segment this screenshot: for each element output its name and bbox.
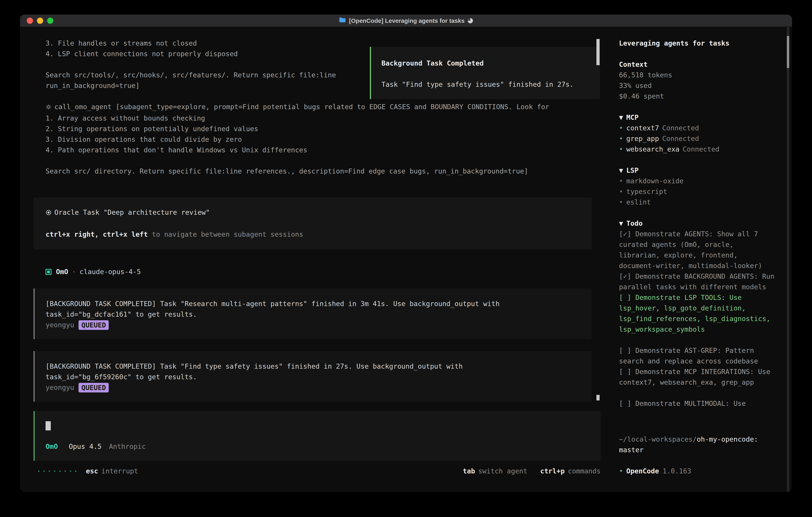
todo-item: [ ] Demonstrate AST-GREP: Pattern search… bbox=[619, 345, 778, 366]
task-user: yeongyu bbox=[46, 382, 74, 393]
chat-main-pane: Background Task Completed Task "Find typ… bbox=[20, 27, 611, 492]
input-provider-name: Anthropic bbox=[109, 441, 146, 452]
target-icon bbox=[46, 208, 52, 219]
lsp-section-heading: ▼LSP bbox=[619, 165, 778, 176]
bullet-icon: • bbox=[619, 466, 623, 477]
todo-item: [ ] Demonstrate MCP INTEGRATIONS: Use co… bbox=[619, 366, 778, 388]
bullet-icon: • bbox=[619, 188, 623, 195]
app-version-number: 1.0.163 bbox=[663, 466, 691, 477]
close-window-button[interactable] bbox=[27, 18, 33, 24]
bullet-icon: • bbox=[619, 198, 623, 206]
background-task-message: [BACKGROUND TASK COMPLETED] Task "Resear… bbox=[34, 289, 591, 339]
chevron-down-icon: ▼ bbox=[619, 113, 623, 121]
workspace-path: ~/local-workspaces/oh-my-opencode: maste… bbox=[619, 434, 778, 455]
input-model-name: Opus 4.5 bbox=[69, 441, 102, 452]
app-name: OpenCode bbox=[626, 466, 659, 477]
hint-text: to navigate between subagent sessions bbox=[148, 230, 303, 238]
minimize-window-button[interactable] bbox=[37, 18, 43, 24]
window-title: [OpenCode] Leveraging agents for tasks bbox=[339, 17, 473, 24]
tab-key-hint: tab bbox=[463, 466, 475, 477]
sidebar-scrollbar-track[interactable] bbox=[787, 27, 789, 492]
sidebar-scrollbar-thumb[interactable] bbox=[787, 36, 789, 68]
workspace-branch: master bbox=[619, 445, 778, 455]
todo-item: [✓] Demonstrate BACKGROUND AGENTS: Run p… bbox=[619, 271, 778, 292]
oracle-task-title: Oracle Task "Deep architecture review" bbox=[34, 207, 591, 219]
chevron-down-icon: ▼ bbox=[619, 166, 623, 174]
spinner-dots-icon: ········ bbox=[37, 466, 79, 477]
text-cursor bbox=[46, 421, 51, 430]
context-used: 33% used bbox=[619, 80, 778, 91]
input-agent-name: OmO bbox=[46, 441, 58, 452]
todo-item: [ ] Demonstrate MULTIMODAL: Use bbox=[619, 398, 778, 409]
mcp-item: •grep_appConnected bbox=[619, 133, 778, 144]
context-heading: Context bbox=[619, 59, 778, 70]
session-sidebar: Leveraging agents for tasks Context 66,5… bbox=[611, 27, 792, 492]
esc-key-label: interrupt bbox=[101, 466, 138, 477]
subagent-navigation-hint: ctrl+x right, ctrl+x left to navigate be… bbox=[34, 229, 591, 240]
agent-name: OmO bbox=[56, 267, 68, 277]
task-user: yeongyu bbox=[46, 320, 74, 330]
task-message-line: task_id="bg_dcfac161" to get results. bbox=[35, 309, 591, 320]
scrollback-line: Search src/ directory. Return specific f… bbox=[20, 166, 611, 176]
task-message-line: task_id="bg_6f59260c" to get results. bbox=[35, 372, 591, 382]
notification-toast: Background Task Completed Task "Find typ… bbox=[370, 47, 600, 99]
bullet-icon: • bbox=[619, 135, 623, 142]
notification-body: Task "Find type safety issues" finished … bbox=[381, 79, 600, 90]
context-tokens: 66,518 tokens bbox=[619, 70, 778, 80]
agent-checkbox-icon bbox=[46, 269, 52, 275]
separator-dot: · bbox=[72, 267, 76, 277]
workspace-dir: ~/local-workspaces/ bbox=[619, 435, 697, 443]
mcp-section-heading: ▼MCP bbox=[619, 112, 778, 123]
context-spent: $0.46 spent bbox=[619, 91, 778, 102]
oracle-task-card: Oracle Task "Deep architecture review" c… bbox=[34, 197, 591, 249]
lsp-item: •markdown-oxide bbox=[619, 176, 778, 186]
input-meta: OmO Opus 4.5 Anthropic bbox=[35, 441, 601, 452]
todo-section-heading: ▼Todo bbox=[619, 218, 778, 229]
queued-badge: QUEUED bbox=[79, 383, 109, 392]
mcp-item: •websearch_exaConnected bbox=[619, 144, 778, 155]
bullet-icon: • bbox=[619, 177, 623, 185]
session-title: Leveraging agents for tasks bbox=[619, 38, 778, 49]
lsp-item: •typescript bbox=[619, 186, 778, 197]
agent-model: claude-opus-4-5 bbox=[80, 267, 141, 277]
background-task-message: [BACKGROUND TASK COMPLETED] Task "Find t… bbox=[34, 351, 591, 402]
mcp-item: •context7Connected bbox=[619, 123, 778, 133]
timer-icon bbox=[468, 18, 473, 23]
main-scrollbar-thumb-lower[interactable] bbox=[597, 395, 600, 401]
tool-call-line: call_omo_agent [subagent_type=explore, p… bbox=[20, 102, 611, 113]
lsp-item: •eslint bbox=[619, 197, 778, 208]
task-message-line: [BACKGROUND TASK COMPLETED] Task "Find t… bbox=[35, 361, 591, 372]
bullet-icon: • bbox=[619, 145, 623, 153]
bullet-icon: • bbox=[619, 124, 623, 132]
esc-key-hint: esc bbox=[86, 466, 98, 477]
queued-badge: QUEUED bbox=[79, 320, 109, 330]
todo-item: [✓] Demonstrate AGENTS: Show all 7 curat… bbox=[619, 229, 778, 271]
todo-item: [ ] Demonstrate LSP TOOLS: Use lsp_hover… bbox=[619, 292, 778, 335]
status-bar: ········ esc interrupt tab switch agent … bbox=[20, 466, 611, 477]
main-scrollbar-thumb[interactable] bbox=[597, 39, 600, 65]
scrollback-line: 2. String operations on potentially unde… bbox=[20, 124, 611, 134]
window-title-text: [OpenCode] Leveraging agents for tasks bbox=[349, 17, 465, 24]
app-version: • OpenCode 1.0.163 bbox=[619, 466, 778, 477]
workspace-repo: oh-my-opencode: bbox=[697, 435, 758, 443]
tab-key-label: switch agent bbox=[478, 466, 527, 477]
window-titlebar[interactable]: [OpenCode] Leveraging agents for tasks bbox=[20, 15, 792, 27]
traffic-lights bbox=[20, 18, 53, 24]
scrollback-line: 3. Division operations that could divide… bbox=[20, 134, 611, 145]
scrollback-line: 4. Path operations that don't handle Win… bbox=[20, 145, 611, 155]
prompt-input[interactable]: OmO Opus 4.5 Anthropic bbox=[34, 411, 601, 461]
notification-title: Background Task Completed bbox=[381, 58, 600, 69]
scrollback-line: 1. Array access without bounds checking bbox=[20, 113, 611, 124]
hint-keys: ctrl+x right, ctrl+x left bbox=[46, 230, 148, 238]
gear-icon bbox=[46, 102, 52, 113]
chevron-down-icon: ▼ bbox=[619, 219, 623, 227]
zoom-window-button[interactable] bbox=[47, 18, 53, 24]
task-message-line: [BACKGROUND TASK COMPLETED] Task "Resear… bbox=[35, 298, 591, 309]
terminal-window[interactable]: [OpenCode] Leveraging agents for tasks B… bbox=[20, 15, 792, 492]
agent-session-header: OmO · claude-opus-4-5 bbox=[20, 267, 611, 277]
ctrlp-key-hint: ctrl+p bbox=[540, 466, 564, 477]
folder-icon bbox=[339, 17, 346, 24]
tool-call-text: call_omo_agent [subagent_type=explore, p… bbox=[54, 103, 549, 111]
ctrlp-key-label: commands bbox=[568, 466, 601, 477]
